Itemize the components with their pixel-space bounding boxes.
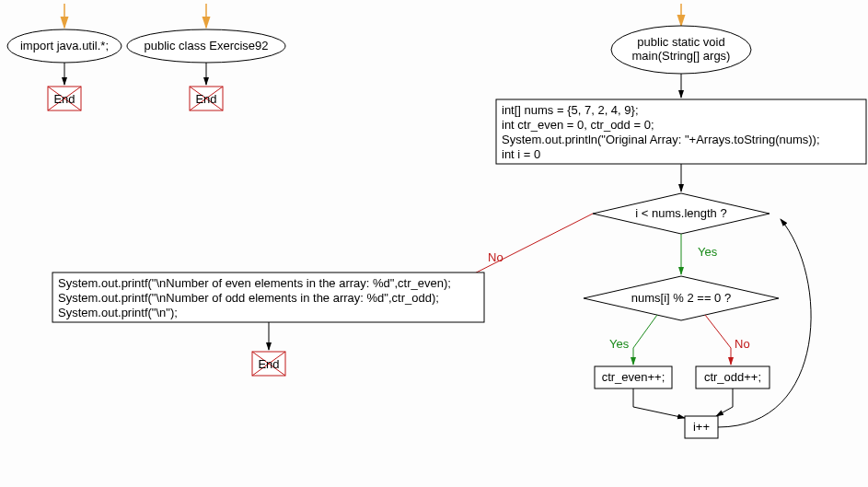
svg-text:main(String[] args): main(String[] args) [632, 49, 731, 63]
start-class-label: public class Exercise92 [144, 39, 268, 52]
end-terminal-3: End [252, 352, 285, 376]
flowchart-canvas: import java.util.*; End public class Exe… [0, 0, 868, 487]
svg-text:ctr_even++;: ctr_even++; [602, 370, 665, 384]
edge-no [705, 315, 731, 365]
edge [633, 388, 685, 418]
svg-text:End: End [53, 92, 75, 106]
svg-text:int i = 0: int i = 0 [502, 147, 540, 161]
start-import-label: import java.util.*; [20, 39, 109, 52]
svg-text:No: No [488, 250, 503, 264]
svg-text:End: End [258, 357, 279, 371]
svg-text:System.out.println("Original A: System.out.println("Original Array: "+Ar… [502, 133, 820, 146]
edge-yes [633, 315, 657, 365]
svg-text:nums[i] % 2 == 0 ?: nums[i] % 2 == 0 ? [631, 291, 731, 305]
svg-text:i++: i++ [693, 420, 710, 434]
edge-loopback [718, 219, 811, 427]
edge [716, 388, 733, 416]
end-terminal-2: End [190, 87, 223, 110]
svg-text:i < nums.length ?: i < nums.length ? [635, 206, 726, 220]
svg-text:int[] nums = {5, 7, 2, 4, 9};: int[] nums = {5, 7, 2, 4, 9}; [502, 103, 639, 117]
svg-text:Yes: Yes [698, 245, 718, 259]
svg-text:System.out.printf("\nNumber of: System.out.printf("\nNumber of even elem… [58, 276, 451, 290]
svg-text:public static void: public static void [637, 35, 724, 49]
end-terminal-1: End [48, 87, 81, 110]
svg-text:Yes: Yes [609, 337, 630, 351]
svg-text:System.out.printf("\n");: System.out.printf("\n"); [58, 306, 178, 319]
svg-text:ctr_odd++;: ctr_odd++; [704, 370, 761, 384]
svg-text:End: End [195, 92, 216, 106]
svg-text:System.out.printf("\nNumber of: System.out.printf("\nNumber of odd eleme… [58, 291, 439, 305]
svg-text:int ctr_even = 0, ctr_odd = 0;: int ctr_even = 0, ctr_odd = 0; [502, 118, 654, 132]
svg-text:No: No [735, 337, 750, 351]
